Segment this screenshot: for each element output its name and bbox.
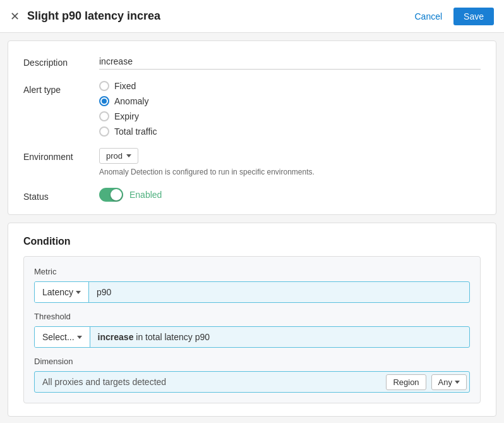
metric-type-value: Latency <box>42 287 73 297</box>
alert-type-row: Alert type Fixed Anomaly Expiry Total tr… <box>23 81 481 137</box>
dimension-row: All proxies and targets detected Region … <box>34 371 470 393</box>
radio-anomaly[interactable]: Anomaly <box>99 96 481 106</box>
cancel-button[interactable]: Cancel <box>407 8 450 25</box>
condition-title: Condition <box>23 236 481 247</box>
threshold-label: Threshold <box>34 312 470 321</box>
metric-label: Metric <box>34 267 470 276</box>
description-row: Description <box>23 54 481 70</box>
dimension-label: Dimension <box>34 357 470 366</box>
chevron-down-icon <box>126 154 131 157</box>
environment-row: Environment prod Anomaly Detection is co… <box>23 148 481 176</box>
metric-value: p90 <box>89 282 469 302</box>
radio-label-expiry: Expiry <box>114 111 139 121</box>
threshold-select-value: Select... <box>42 332 75 342</box>
environment-dropdown[interactable]: prod <box>99 148 138 164</box>
threshold-chevron-icon <box>77 336 82 339</box>
radio-circle-fixed <box>99 81 109 91</box>
radio-circle-total-traffic <box>99 126 109 137</box>
status-toggle[interactable] <box>99 188 123 202</box>
alert-config-card: Description Alert type Fixed Anomaly Exp… <box>8 40 496 215</box>
page-title: Slight p90 latency increa <box>27 9 407 23</box>
threshold-text-pre: increase <box>98 332 134 342</box>
radio-fixed[interactable]: Fixed <box>99 81 481 91</box>
alert-type-label: Alert type <box>23 81 99 95</box>
radio-total-traffic[interactable]: Total traffic <box>99 126 481 137</box>
radio-label-total-traffic: Total traffic <box>114 126 157 137</box>
radio-label-fixed: Fixed <box>114 81 136 91</box>
metric-type-dropdown[interactable]: Latency <box>35 282 89 302</box>
environment-hint: Anomaly Detection is configured to run i… <box>99 168 481 176</box>
environment-value: prod <box>106 151 123 161</box>
status-content: Enabled <box>99 188 481 202</box>
header: ✕ Slight p90 latency increa Cancel Save <box>0 0 504 33</box>
threshold-text: increase in total latency p90 <box>90 327 469 347</box>
status-row: Status Enabled <box>23 188 481 202</box>
condition-box: Metric Latency p90 Threshold Select... i… <box>23 256 481 403</box>
radio-circle-anomaly <box>99 96 109 106</box>
dimension-text: All proxies and targets detected <box>35 372 383 392</box>
description-input[interactable] <box>99 54 481 70</box>
any-value: Any <box>438 377 452 387</box>
alert-type-options: Fixed Anomaly Expiry Total traffic <box>99 81 481 137</box>
environment-label: Environment <box>23 148 99 162</box>
threshold-select-dropdown[interactable]: Select... <box>35 327 90 347</box>
any-chevron-icon <box>455 381 460 384</box>
status-label: Status <box>23 188 99 202</box>
environment-content: prod Anomaly Detection is configured to … <box>99 148 481 176</box>
radio-label-anomaly: Anomaly <box>114 96 148 106</box>
save-button[interactable]: Save <box>453 8 494 25</box>
any-dropdown[interactable]: Any <box>431 374 467 390</box>
metric-row: Latency p90 <box>34 281 470 303</box>
toggle-knob <box>111 189 122 200</box>
metric-chevron-icon <box>76 291 81 294</box>
close-icon[interactable]: ✕ <box>10 11 20 22</box>
radio-circle-expiry <box>99 111 109 121</box>
threshold-text-post-label: in total latency p90 <box>136 332 210 342</box>
description-label: Description <box>23 54 99 68</box>
threshold-row: Select... increase in total latency p90 <box>34 326 470 348</box>
status-value: Enabled <box>129 190 162 200</box>
description-content <box>99 54 481 70</box>
region-label: Region <box>393 377 419 387</box>
radio-expiry[interactable]: Expiry <box>99 111 481 121</box>
region-button[interactable]: Region <box>386 374 426 390</box>
condition-card: Condition Metric Latency p90 Threshold S… <box>8 223 496 417</box>
